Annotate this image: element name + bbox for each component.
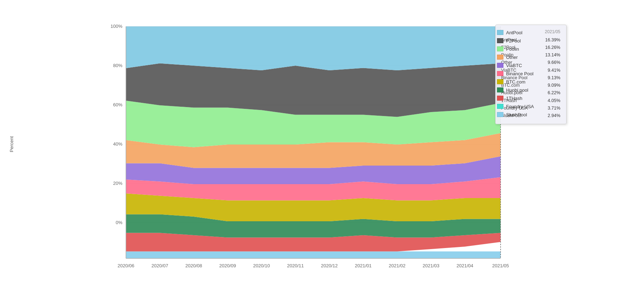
legend-item: ViaBTC <box>497 63 568 68</box>
svg-text:20%: 20% <box>113 181 122 186</box>
legend: AntPool F2Pool Poolin Other ViaBTC Binan… <box>497 30 568 117</box>
svg-text:2020/10: 2020/10 <box>253 263 270 268</box>
legend-item: F2Pool <box>497 38 568 44</box>
legend-label: F2Pool <box>506 38 521 44</box>
y-axis-label: Percent <box>9 136 14 152</box>
svg-text:2021/04: 2021/04 <box>456 263 473 268</box>
legend-item: Binance Pool <box>497 71 568 76</box>
legend-label: ViaBTC <box>506 63 522 68</box>
svg-text:2021/02: 2021/02 <box>389 263 405 268</box>
area-antpool <box>126 26 501 70</box>
legend-color <box>497 79 503 84</box>
svg-text:80%: 80% <box>113 63 122 68</box>
legend-item: Foundry USA <box>497 104 568 109</box>
main-chart-svg: 100% 80% 60% 40% 20% 0% 2020/06 2020/07 … <box>97 19 565 276</box>
legend-color <box>497 87 503 92</box>
legend-color <box>497 63 503 68</box>
legend-color <box>497 30 503 35</box>
legend-label: SlushPool <box>506 112 527 117</box>
legend-item: Poolin <box>497 46 568 52</box>
svg-text:2021/05: 2021/05 <box>492 263 509 268</box>
svg-text:2021/01: 2021/01 <box>355 263 371 268</box>
legend-label: Poolin <box>506 46 519 52</box>
svg-text:2020/11: 2020/11 <box>287 263 304 268</box>
chart-container: Percent 100% 80% 60% 40% 20% 0% 2020/06 … <box>0 0 644 288</box>
legend-color <box>497 38 503 43</box>
svg-text:2020/12: 2020/12 <box>321 263 338 268</box>
legend-label: Binance Pool <box>506 71 534 76</box>
legend-color <box>497 55 503 60</box>
legend-item: 1THash <box>497 96 568 101</box>
legend-color <box>497 112 503 117</box>
svg-text:2020/07: 2020/07 <box>151 263 168 268</box>
legend-item: BTC.com <box>497 79 568 85</box>
chart-area: 100% 80% 60% 40% 20% 0% 2020/06 2020/07 … <box>97 19 568 276</box>
legend-color <box>497 46 503 51</box>
legend-label: AntPool <box>506 30 523 35</box>
legend-item: Huobi.pool <box>497 87 568 93</box>
legend-color <box>497 71 503 76</box>
legend-label: BTC.com <box>506 79 526 85</box>
area-slushpool <box>126 251 501 258</box>
legend-item: AntPool <box>497 30 568 35</box>
legend-item: Other <box>497 55 568 60</box>
svg-text:60%: 60% <box>113 102 122 107</box>
legend-label: 1THash <box>506 96 523 101</box>
svg-text:0%: 0% <box>116 220 122 225</box>
legend-label: Other <box>506 55 518 60</box>
legend-label: Huobi.pool <box>506 87 528 93</box>
legend-item: SlushPool <box>497 112 568 117</box>
svg-text:2020/09: 2020/09 <box>219 263 236 268</box>
svg-text:2021/03: 2021/03 <box>422 263 439 268</box>
svg-text:100%: 100% <box>110 24 122 29</box>
svg-text:2020/08: 2020/08 <box>185 263 202 268</box>
legend-color <box>497 104 503 109</box>
legend-label: Foundry USA <box>506 104 534 109</box>
legend-color <box>497 96 503 101</box>
svg-text:2020/06: 2020/06 <box>117 263 134 268</box>
svg-text:40%: 40% <box>113 141 122 147</box>
